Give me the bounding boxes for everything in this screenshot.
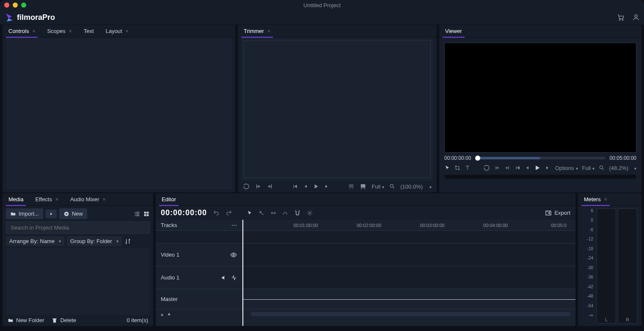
track-lane-video[interactable] [242, 243, 575, 266]
waveform-icon[interactable] [231, 275, 237, 281]
tab-trimmer[interactable]: Trimmer× [238, 25, 276, 37]
insert-icon[interactable] [348, 183, 355, 190]
arrange-by-dropdown[interactable]: Arrange By: Name [6, 236, 64, 246]
media-bin[interactable] [6, 249, 150, 315]
snap-icon[interactable] [294, 210, 301, 216]
search-input[interactable] [6, 222, 150, 234]
topbar: filmoraPro [0, 10, 644, 25]
zoom-slider-dot[interactable]: ● [168, 311, 171, 317]
crop-tool-icon[interactable] [454, 165, 460, 171]
user-icon[interactable] [632, 14, 640, 21]
delete-button[interactable]: Delete [52, 317, 76, 323]
playhead-knob[interactable] [475, 156, 480, 161]
viewer-time-current: 00:00:00:00 [444, 155, 471, 161]
viewer-canvas[interactable] [444, 43, 636, 153]
menu-dropdown[interactable] [428, 183, 432, 190]
scale-dropdown[interactable]: Full [582, 165, 595, 171]
scale-dropdown[interactable]: Full [372, 183, 384, 190]
tracks-menu-icon[interactable]: ⋯ [231, 222, 237, 228]
cart-icon[interactable] [617, 14, 625, 21]
import-button[interactable]: Import... [6, 208, 43, 219]
tab-viewer[interactable]: Viewer [439, 25, 468, 37]
tab-label: Editor [162, 196, 176, 202]
track-header-video[interactable]: Video 1 [156, 243, 242, 266]
close-window-button[interactable] [4, 3, 9, 8]
visibility-icon[interactable] [230, 252, 237, 258]
group-by-dropdown[interactable]: Group By: Folder [67, 236, 122, 246]
maximize-window-button[interactable] [21, 3, 26, 8]
rate-tool-icon[interactable] [282, 210, 288, 216]
overwrite-icon[interactable] [360, 183, 366, 190]
export-button[interactable]: Export [545, 210, 570, 216]
loop-icon[interactable] [243, 183, 250, 190]
tab-editor[interactable]: Editor [156, 193, 182, 205]
svg-point-8 [233, 254, 234, 256]
step-forward-icon[interactable] [324, 184, 329, 189]
track-lane[interactable] [242, 231, 575, 243]
tab-media[interactable]: Media [3, 193, 29, 205]
tab-audio-mixer[interactable]: Audio Mixer× [64, 193, 112, 205]
play-icon[interactable] [534, 164, 541, 171]
tab-meters[interactable]: Meters× [578, 193, 613, 205]
meter-tick: -12 [582, 237, 593, 241]
zoom-out-icon[interactable]: ▴ [161, 311, 163, 317]
close-icon[interactable]: × [267, 28, 270, 34]
track-lane-master[interactable] [242, 289, 575, 309]
mute-icon[interactable] [221, 275, 227, 281]
step-back-icon[interactable] [525, 165, 530, 170]
svg-point-0 [619, 19, 620, 20]
svg-point-4 [600, 166, 603, 169]
go-start-icon[interactable] [515, 165, 520, 171]
close-icon[interactable]: × [69, 28, 72, 34]
timeline-ruler[interactable]: 00:01:00:00 00:02:00:00 00:03:00:00 00:0… [242, 220, 575, 230]
undo-icon[interactable] [213, 210, 220, 216]
track-lane-audio[interactable] [242, 266, 575, 289]
sort-order-icon[interactable] [124, 238, 131, 245]
list-view-icon[interactable] [134, 211, 140, 217]
slip-tool-icon[interactable] [270, 210, 276, 216]
track-header-audio[interactable]: Audio 1 [156, 266, 242, 289]
playhead[interactable] [242, 220, 243, 326]
item-count: 0 item(s) [127, 317, 148, 323]
close-icon[interactable]: × [103, 197, 106, 202]
viewer-progress-bar[interactable] [475, 157, 605, 159]
editor-timecode[interactable]: 00:00:00:00 [161, 208, 207, 217]
step-back-icon[interactable] [303, 184, 308, 189]
tab-effects[interactable]: Effects× [29, 193, 64, 205]
loop-icon[interactable] [483, 164, 490, 171]
titlebar: Untitled Project [0, 0, 644, 10]
viewer-scrollbar[interactable] [444, 175, 636, 179]
zoom-icon[interactable] [389, 183, 395, 189]
tab-scopes[interactable]: Scopes× [41, 25, 77, 37]
menu-dropdown[interactable] [633, 165, 636, 171]
mark-in-icon[interactable] [494, 165, 500, 171]
options-dropdown[interactable]: Options [555, 165, 578, 171]
zoom-icon[interactable] [599, 165, 605, 171]
mark-in-icon[interactable] [255, 183, 261, 190]
tab-controls[interactable]: Controls× [3, 25, 41, 37]
step-forward-icon[interactable] [545, 165, 550, 170]
new-button[interactable]: New [59, 208, 87, 219]
text-tool-icon[interactable] [465, 165, 471, 171]
tab-text[interactable]: Text [78, 25, 100, 37]
close-icon[interactable]: × [55, 197, 58, 202]
close-icon[interactable]: × [604, 197, 607, 202]
mark-out-icon[interactable] [267, 183, 273, 190]
new-folder-button[interactable]: New Folder [8, 317, 44, 323]
track-header-master[interactable]: Master [156, 289, 242, 309]
close-icon[interactable]: × [32, 28, 35, 34]
minimize-window-button[interactable] [13, 3, 18, 8]
select-tool-icon[interactable] [444, 165, 450, 171]
import-more-button[interactable] [46, 210, 57, 218]
redo-icon[interactable] [226, 210, 232, 216]
select-tool-icon[interactable] [247, 210, 253, 216]
grid-view-icon[interactable] [143, 211, 150, 217]
slice-tool-icon[interactable] [259, 210, 264, 216]
close-icon[interactable]: × [126, 28, 129, 34]
mark-out-icon[interactable] [504, 165, 510, 171]
tab-layout[interactable]: Layout× [100, 25, 135, 37]
go-start-icon[interactable] [292, 183, 298, 189]
settings-icon[interactable] [307, 210, 313, 216]
timeline-scrollbar[interactable] [251, 312, 570, 316]
play-icon[interactable] [313, 183, 319, 189]
